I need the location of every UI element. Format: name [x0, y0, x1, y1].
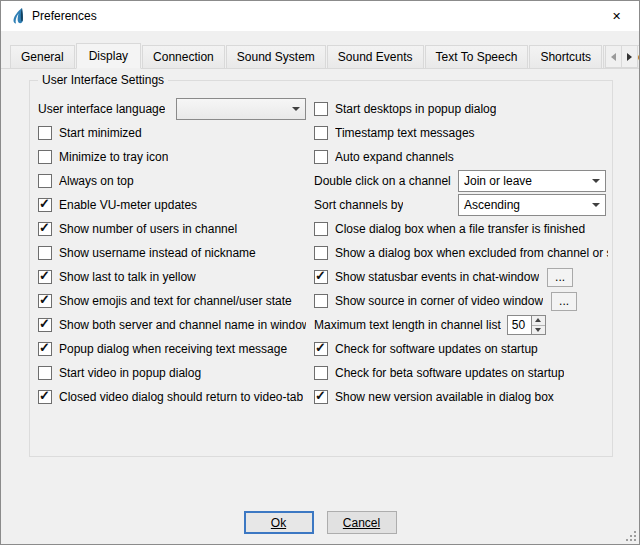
tab-sound-system[interactable]: Sound System — [226, 45, 326, 68]
tab-bar: General Display Connection Sound System … — [1, 44, 639, 68]
sort-channels-select[interactable]: Ascending — [458, 194, 606, 216]
checkbox-icon[interactable] — [314, 150, 328, 164]
max-text-length-stepper[interactable]: 50 — [507, 315, 546, 335]
checkbox-icon[interactable] — [314, 246, 328, 260]
language-label: User interface language — [38, 102, 165, 116]
ok-button[interactable]: Ok — [244, 511, 314, 534]
checkbox-icon[interactable] — [38, 366, 52, 380]
checkbox-icon[interactable] — [314, 390, 328, 404]
checkbox-vu-meter[interactable]: Enable VU-meter updates — [38, 193, 306, 217]
checkbox-icon[interactable] — [314, 270, 328, 284]
left-column: User interface language Start minimized … — [38, 97, 306, 409]
checkbox-always-on-top[interactable]: Always on top — [38, 169, 306, 193]
tab-general[interactable]: General — [10, 45, 75, 68]
checkbox-icon[interactable] — [314, 222, 328, 236]
checkbox-icon[interactable] — [38, 342, 52, 356]
checkbox-desktops-popup[interactable]: Start desktops in popup dialog — [314, 97, 608, 121]
checkbox-start-minimized[interactable]: Start minimized — [38, 121, 306, 145]
checkbox-minimize-to-tray[interactable]: Minimize to tray icon — [38, 145, 306, 169]
double-click-value: Join or leave — [464, 174, 532, 188]
checkbox-statusbar-events[interactable]: Show statusbar events in chat-window ... — [314, 265, 608, 289]
statusbar-events-more-button[interactable]: ... — [547, 268, 573, 287]
spin-down-icon[interactable] — [532, 325, 545, 335]
checkbox-auto-expand[interactable]: Auto expand channels — [314, 145, 608, 169]
tab-page-display: User Interface Settings User interface l… — [1, 68, 639, 544]
cancel-button[interactable]: Cancel — [327, 511, 397, 534]
group-title: User Interface Settings — [38, 73, 168, 87]
language-row: User interface language — [38, 97, 306, 121]
checkbox-show-username[interactable]: Show username instead of nickname — [38, 241, 306, 265]
tab-scroller — [606, 45, 638, 68]
dialog-buttons: Ok Cancel — [1, 511, 639, 534]
checkbox-check-updates[interactable]: Check for software updates on startup — [314, 337, 608, 361]
max-text-length-value[interactable]: 50 — [507, 315, 531, 335]
checkbox-show-user-count[interactable]: Show number of users in channel — [38, 217, 306, 241]
checkbox-server-channel-title[interactable]: Show both server and channel name in win… — [38, 313, 306, 337]
max-text-length-row: Maximum text length in channel list 50 — [314, 313, 608, 337]
close-icon[interactable]: ✕ — [594, 1, 639, 31]
tab-sound-events[interactable]: Sound Events — [327, 45, 424, 68]
tab-display[interactable]: Display — [76, 43, 141, 69]
tab-connection[interactable]: Connection — [142, 45, 225, 68]
preferences-dialog: Preferences ✕ General Display Connection… — [0, 0, 640, 545]
sort-channels-value: Ascending — [464, 198, 520, 212]
checkbox-video-popup[interactable]: Start video in popup dialog — [38, 361, 306, 385]
chevron-down-icon — [287, 99, 305, 119]
checkbox-last-to-talk[interactable]: Show last to talk in yellow — [38, 265, 306, 289]
checkbox-icon[interactable] — [314, 126, 328, 140]
checkbox-icon[interactable] — [38, 150, 52, 164]
checkbox-icon[interactable] — [38, 318, 52, 332]
checkbox-check-beta-updates[interactable]: Check for beta software updates on start… — [314, 361, 608, 385]
checkbox-icon[interactable] — [38, 126, 52, 140]
double-click-select[interactable]: Join or leave — [458, 170, 606, 192]
spin-up-icon[interactable] — [532, 316, 545, 325]
double-click-label: Double click on a channel — [314, 174, 451, 188]
checkbox-popup-text-message[interactable]: Popup dialog when receiving text message — [38, 337, 306, 361]
checkbox-icon[interactable] — [38, 294, 52, 308]
resize-grip[interactable] — [624, 529, 637, 542]
checkbox-icon[interactable] — [38, 270, 52, 284]
checkbox-icon[interactable] — [314, 294, 328, 308]
checkbox-icon[interactable] — [314, 102, 328, 116]
checkbox-icon[interactable] — [38, 222, 52, 236]
sort-channels-label: Sort channels by — [314, 198, 403, 212]
checkbox-icon[interactable] — [314, 366, 328, 380]
checkbox-icon[interactable] — [38, 174, 52, 188]
checkbox-excluded-dialog[interactable]: Show a dialog box when excluded from cha… — [314, 241, 608, 265]
chevron-down-icon — [587, 195, 605, 215]
tab-shortcuts[interactable]: Shortcuts — [529, 45, 602, 68]
tab-text-to-speech[interactable]: Text To Speech — [425, 45, 529, 68]
language-select[interactable] — [176, 98, 306, 120]
checkbox-video-source-corner[interactable]: Show source in corner of video window ..… — [314, 289, 608, 313]
checkbox-timestamp-messages[interactable]: Timestamp text messages — [314, 121, 608, 145]
tab-scroll-right-icon[interactable] — [621, 45, 638, 68]
double-click-row: Double click on a channel Join or leave — [314, 169, 608, 193]
checkbox-close-on-transfer[interactable]: Close dialog box when a file transfer is… — [314, 217, 608, 241]
checkbox-closed-video-return[interactable]: Closed video dialog should return to vid… — [38, 385, 306, 409]
sort-channels-row: Sort channels by Ascending — [314, 193, 608, 217]
checkbox-new-version-dialog[interactable]: Show new version available in dialog box — [314, 385, 608, 409]
ui-settings-group: User Interface Settings User interface l… — [29, 80, 613, 457]
checkbox-icon[interactable] — [38, 198, 52, 212]
checkbox-icon[interactable] — [38, 390, 52, 404]
chevron-down-icon — [587, 171, 605, 191]
checkbox-show-emojis[interactable]: Show emojis and text for channel/user st… — [38, 289, 306, 313]
max-text-length-label: Maximum text length in channel list — [314, 318, 501, 332]
titlebar: Preferences ✕ — [1, 1, 639, 31]
checkbox-icon[interactable] — [314, 342, 328, 356]
right-column: Start desktops in popup dialog Timestamp… — [314, 97, 608, 409]
video-source-more-button[interactable]: ... — [551, 292, 577, 311]
window-title: Preferences — [32, 9, 97, 23]
tab-scroll-left-icon[interactable] — [605, 45, 622, 68]
app-icon — [9, 7, 27, 25]
checkbox-icon[interactable] — [38, 246, 52, 260]
